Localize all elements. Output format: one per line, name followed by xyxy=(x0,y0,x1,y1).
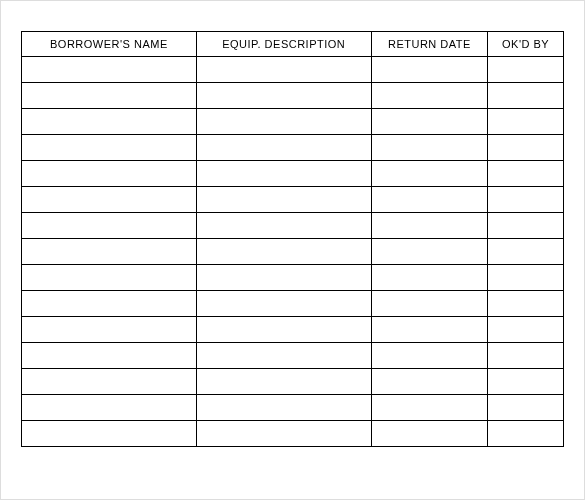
table-cell xyxy=(488,265,564,291)
table-cell xyxy=(488,421,564,447)
table-cell xyxy=(22,161,197,187)
equipment-borrowing-table: BORROWER'S NAME EQUIP. DESCRIPTION RETUR… xyxy=(21,31,564,447)
table-cell xyxy=(371,83,488,109)
table-cell xyxy=(196,265,371,291)
table-cell xyxy=(488,57,564,83)
table-cell xyxy=(22,57,197,83)
table-cell xyxy=(371,343,488,369)
table-cell xyxy=(196,161,371,187)
table-cell xyxy=(488,291,564,317)
table-row xyxy=(22,161,564,187)
table-cell xyxy=(22,265,197,291)
table-cell xyxy=(488,83,564,109)
table-cell xyxy=(22,369,197,395)
table-cell xyxy=(371,317,488,343)
table-cell xyxy=(22,421,197,447)
table-cell xyxy=(196,135,371,161)
table-cell xyxy=(22,109,197,135)
table-row xyxy=(22,421,564,447)
table-cell xyxy=(196,291,371,317)
table-cell xyxy=(371,265,488,291)
table-row xyxy=(22,291,564,317)
table-cell xyxy=(371,187,488,213)
borrowing-log-table: BORROWER'S NAME EQUIP. DESCRIPTION RETUR… xyxy=(21,31,564,447)
header-okd-by: OK'D BY xyxy=(488,32,564,57)
table-cell xyxy=(22,135,197,161)
table-cell xyxy=(196,343,371,369)
table-row xyxy=(22,57,564,83)
table-row xyxy=(22,395,564,421)
table-cell xyxy=(371,239,488,265)
table-cell xyxy=(22,239,197,265)
table-row xyxy=(22,109,564,135)
table-cell xyxy=(371,161,488,187)
table-cell xyxy=(488,239,564,265)
table-cell xyxy=(196,83,371,109)
table-cell xyxy=(488,317,564,343)
table-cell xyxy=(371,369,488,395)
table-cell xyxy=(196,187,371,213)
table-cell xyxy=(196,109,371,135)
table-cell xyxy=(371,109,488,135)
table-row xyxy=(22,239,564,265)
table-row xyxy=(22,83,564,109)
table-cell xyxy=(488,369,564,395)
table-cell xyxy=(371,395,488,421)
table-cell xyxy=(22,291,197,317)
table-cell xyxy=(22,213,197,239)
table-row xyxy=(22,317,564,343)
table-cell xyxy=(196,57,371,83)
table-cell xyxy=(196,239,371,265)
table-cell xyxy=(371,291,488,317)
table-cell xyxy=(488,109,564,135)
table-cell xyxy=(22,317,197,343)
table-cell xyxy=(488,187,564,213)
table-cell xyxy=(196,395,371,421)
table-cell xyxy=(196,317,371,343)
header-return-date: RETURN DATE xyxy=(371,32,488,57)
table-cell xyxy=(196,369,371,395)
table-row xyxy=(22,265,564,291)
table-cell xyxy=(22,187,197,213)
table-cell xyxy=(488,213,564,239)
table-cell xyxy=(371,213,488,239)
table-cell xyxy=(371,57,488,83)
table-cell xyxy=(371,421,488,447)
header-equip-description: EQUIP. DESCRIPTION xyxy=(196,32,371,57)
table-row xyxy=(22,187,564,213)
table-cell xyxy=(196,421,371,447)
table-cell xyxy=(488,395,564,421)
table-cell xyxy=(22,83,197,109)
table-cell xyxy=(488,343,564,369)
table-cell xyxy=(22,343,197,369)
table-row xyxy=(22,213,564,239)
table-cell xyxy=(488,161,564,187)
table-cell xyxy=(371,135,488,161)
table-cell xyxy=(196,213,371,239)
table-cell xyxy=(22,395,197,421)
table-row xyxy=(22,343,564,369)
table-row xyxy=(22,369,564,395)
header-borrower-name: BORROWER'S NAME xyxy=(22,32,197,57)
table-header-row: BORROWER'S NAME EQUIP. DESCRIPTION RETUR… xyxy=(22,32,564,57)
table-row xyxy=(22,135,564,161)
table-cell xyxy=(488,135,564,161)
